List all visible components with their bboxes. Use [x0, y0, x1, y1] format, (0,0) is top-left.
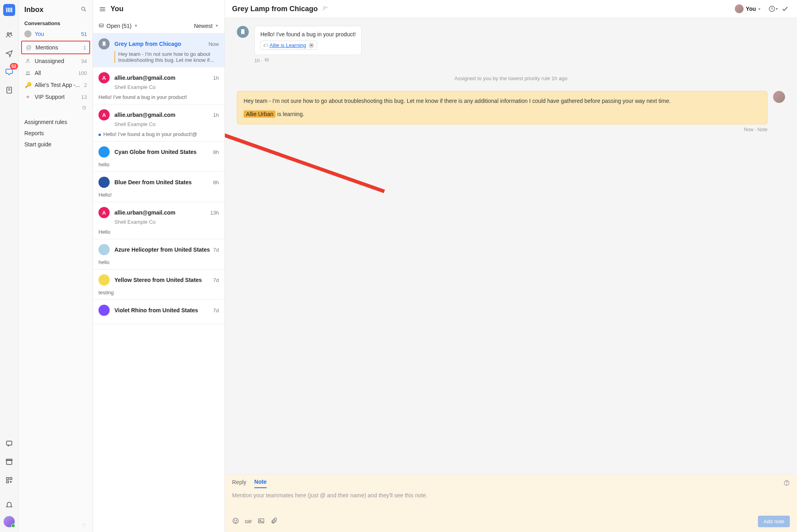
- tag-label: Allie is Learning: [270, 42, 306, 48]
- conv-avatar-icon: A: [98, 207, 110, 218]
- svg-point-15: [82, 7, 85, 10]
- conv-from: Blue Deer from United States: [114, 179, 213, 185]
- conv-time: 13h: [210, 210, 219, 216]
- people-icon: [24, 69, 31, 77]
- sidebar-link-start-guide[interactable]: Start guide: [24, 139, 87, 150]
- tag-icon: 🏷: [263, 43, 268, 48]
- assignee-label: You: [746, 6, 756, 12]
- rail-contacts-icon[interactable]: [2, 28, 16, 42]
- teammate-avatar-icon: [773, 91, 785, 103]
- svg-point-25: [324, 6, 326, 8]
- conv-time: 7d: [213, 307, 219, 313]
- unread-dot-icon: [98, 134, 101, 136]
- rail-notifications-icon[interactable]: [2, 498, 16, 512]
- sidebar-item-mentions[interactable]: @ Mentions 1: [22, 41, 89, 53]
- inbox-icon: [98, 22, 104, 29]
- customer-message: Hello! I've found a bug in your product!…: [254, 26, 362, 55]
- composer: Reply Note GIF Add note: [225, 474, 797, 532]
- sparkle-icon: ✦: [24, 93, 31, 100]
- sidebar-item-you[interactable]: You 51: [19, 28, 92, 40]
- conv-from: Yellow Stereo from United States: [114, 277, 213, 283]
- heart-icon[interactable]: ♡: [19, 519, 92, 532]
- conv-preview: hello: [98, 162, 109, 167]
- conv-avatar-icon: A: [98, 109, 110, 120]
- add-note-button[interactable]: Add note: [758, 516, 790, 527]
- attachment-icon[interactable]: [270, 517, 277, 526]
- tab-reply[interactable]: Reply: [232, 479, 246, 488]
- tag-remove-icon[interactable]: ✕: [309, 43, 314, 48]
- mention-pill[interactable]: Allie Urban: [244, 110, 276, 118]
- rail-chat-icon[interactable]: [2, 436, 16, 451]
- assignment-info: Assigned to you by the lowest priority r…: [237, 75, 785, 81]
- mention-icon: @: [25, 44, 32, 51]
- svg-rect-1: [8, 8, 9, 12]
- sidebar-item-test-app[interactable]: 🔑 Allie's Test App -... 2: [19, 79, 92, 91]
- rail-archive-icon[interactable]: [2, 455, 16, 469]
- note-text: Hey team - I'm not sure how to go about …: [244, 97, 761, 105]
- conversation-item[interactable]: Yellow Stereo from United States7dtestin…: [93, 270, 224, 300]
- svg-rect-2: [10, 8, 11, 12]
- svg-point-33: [233, 518, 238, 524]
- filter-open-dropdown[interactable]: Open (51) ▼: [98, 22, 138, 29]
- sidebar-item-vip[interactable]: ✦ VIP Support 13: [19, 91, 92, 103]
- conv-time: 7d: [213, 247, 219, 253]
- conv-company: Shell Example Co: [114, 84, 219, 90]
- sidebar-link-reports[interactable]: Reports: [24, 128, 87, 139]
- rail-articles-icon[interactable]: [2, 83, 16, 97]
- close-conversation-icon[interactable]: [780, 4, 790, 14]
- conversation-item[interactable]: Aallie.urban@gmail.com1hShell Example Co…: [93, 104, 224, 142]
- conv-preview: Hello: [98, 229, 110, 235]
- conversation-item[interactable]: Azure Helicopter from United States7dhel…: [93, 239, 224, 270]
- add-participant-icon[interactable]: [322, 6, 328, 12]
- svg-point-34: [234, 520, 235, 521]
- hamburger-icon[interactable]: [98, 5, 106, 13]
- note-tail: is learning.: [276, 111, 304, 117]
- image-icon[interactable]: [258, 517, 265, 526]
- svg-line-16: [85, 10, 86, 12]
- svg-rect-9: [6, 441, 12, 445]
- tab-note[interactable]: Note: [254, 479, 267, 488]
- conv-company: Shell Example Co: [114, 219, 219, 225]
- sidebar-section-label: Conversations: [19, 17, 92, 28]
- rail-messages-icon[interactable]: 52: [2, 65, 16, 79]
- search-icon[interactable]: [81, 6, 87, 14]
- avatar-icon: [735, 4, 744, 13]
- conv-time: 7d: [213, 277, 219, 283]
- rail-user-avatar[interactable]: [4, 516, 15, 527]
- key-icon: 🔑: [24, 81, 31, 89]
- rail-send-icon[interactable]: [2, 46, 16, 61]
- conversation-item[interactable]: Aallie.urban@gmail.com13hShell Example C…: [93, 202, 224, 239]
- rail-messages-badge: 52: [10, 63, 18, 69]
- conv-avatar-icon: [98, 177, 110, 188]
- conversation-item[interactable]: Aallie.urban@gmail.com1hShell Example Co…: [93, 67, 224, 104]
- sidebar-item-unassigned[interactable]: Unassigned 34: [19, 55, 92, 67]
- assignee-dropdown[interactable]: You ▾: [735, 4, 760, 13]
- conv-from: Cyan Globe from United States: [114, 149, 213, 155]
- conversation-item[interactable]: Grey Lamp from ChicagoNowHey team - I'm …: [93, 33, 224, 67]
- help-icon[interactable]: [783, 480, 790, 487]
- chevron-down-icon: ▾: [758, 7, 760, 11]
- emoji-icon[interactable]: [232, 517, 239, 526]
- sidebar-link-assignment-rules[interactable]: Assignment rules: [24, 116, 87, 128]
- sidebar-item-label: Allie's Test App -...: [35, 82, 84, 88]
- conversation-item[interactable]: Blue Deer from United States8hHello!: [93, 172, 224, 202]
- conv-preview: testing: [98, 290, 114, 296]
- note-meta: Now · Note: [237, 127, 785, 132]
- conv-time: 8h: [213, 149, 219, 155]
- gif-icon[interactable]: GIF: [245, 519, 252, 524]
- conversation-item[interactable]: Violet Rhino from United States7d: [93, 300, 224, 324]
- note-input[interactable]: [232, 492, 790, 508]
- sort-dropdown[interactable]: Newest ▼: [194, 23, 219, 29]
- svg-rect-14: [6, 481, 8, 483]
- conv-preview: hello: [98, 259, 109, 265]
- rail-apps-icon[interactable]: [2, 473, 16, 487]
- conversation-tag[interactable]: 🏷 Allie is Learning ✕: [260, 41, 317, 50]
- snooze-icon[interactable]: ▾: [768, 4, 778, 14]
- sidebar: Inbox Conversations You 51 @ Mentions 1 …: [19, 0, 93, 532]
- conversation-item[interactable]: Cyan Globe from United States8hhello: [93, 142, 224, 172]
- app-logo[interactable]: [3, 4, 15, 16]
- sidebar-item-all[interactable]: All 100: [19, 67, 92, 79]
- gear-icon[interactable]: ⚙: [82, 104, 87, 111]
- conv-time: Now: [209, 41, 219, 47]
- sort-label: Newest: [194, 23, 213, 29]
